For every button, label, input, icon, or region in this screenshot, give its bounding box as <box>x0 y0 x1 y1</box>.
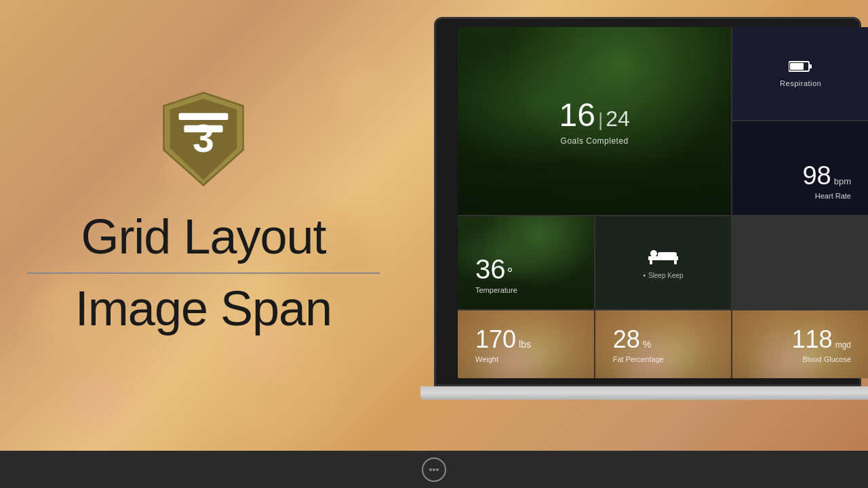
respiration-cell: Respiration <box>732 27 868 120</box>
svg-rect-12 <box>674 260 677 264</box>
screen-area: 16 | 24 Goals Completed <box>458 27 868 378</box>
weight-unit: lbs <box>519 339 531 350</box>
svg-rect-10 <box>658 252 677 258</box>
css3-logo: 3 <box>159 88 248 190</box>
temp-unit: ° <box>507 265 513 283</box>
weight-value: 170 <box>475 325 516 354</box>
left-panel: 3 Grid Layout Image Span <box>0 0 407 451</box>
svg-rect-3 <box>179 113 229 120</box>
bottom-bar <box>0 451 868 488</box>
dashboard-grid: 16 | 24 Goals Completed <box>458 27 868 378</box>
svg-point-13 <box>429 468 432 471</box>
title-divider <box>27 272 380 274</box>
title-line2: Image Span <box>27 282 380 336</box>
sleep-cell: • Sleep Keep <box>595 216 732 309</box>
svg-point-15 <box>436 468 439 471</box>
svg-rect-4 <box>184 125 222 132</box>
glucose-cell: 118 mgd Blood Glucose <box>732 310 868 378</box>
goals-label: Goals Completed <box>561 136 629 146</box>
goals-separator: | <box>598 109 603 131</box>
glucose-value: 118 <box>792 325 833 354</box>
fat-value: 28 <box>613 325 640 354</box>
svg-rect-7 <box>790 63 804 70</box>
svg-text:3: 3 <box>193 117 214 160</box>
glucose-label: Blood Glucose <box>802 355 851 363</box>
svg-point-8 <box>650 250 657 257</box>
macbook-base: MacBook Air <box>420 386 868 400</box>
sleep-icon <box>648 245 678 269</box>
fat-unit: % <box>643 339 651 350</box>
respiration-label: Respiration <box>780 79 821 87</box>
screen-bezel: 16 | 24 Goals Completed <box>434 17 861 386</box>
macbook-container: 16 | 24 Goals Completed <box>420 17 868 437</box>
weight-cell: 170 lbs Weight <box>458 310 594 378</box>
temp-value: 36 ° <box>475 254 513 285</box>
title-section: Grid Layout Image Span <box>27 210 380 335</box>
svg-rect-6 <box>809 64 812 68</box>
title-line1: Grid Layout <box>27 210 380 264</box>
weight-label: Weight <box>475 355 498 363</box>
sleep-label: Sleep Keep <box>648 272 684 279</box>
glucose-unit: mgd <box>835 340 851 350</box>
goals-cell: 16 | 24 Goals Completed <box>458 27 731 215</box>
heartrate-cell: 98 bpm Heart Rate <box>732 121 868 214</box>
temperature-cell: 36 ° Temperature <box>458 216 594 309</box>
fat-label: Fat Percentage <box>613 355 664 363</box>
goals-total: 24 <box>606 106 630 131</box>
heartrate-label: Heart Rate <box>815 192 851 200</box>
temperature-label: Temperature <box>475 286 517 294</box>
dots-button[interactable] <box>422 458 446 482</box>
svg-rect-11 <box>650 260 652 264</box>
hr-value: 98 <box>802 161 831 190</box>
svg-point-14 <box>433 468 435 471</box>
battery-icon <box>789 60 813 75</box>
goals-completed: 16 <box>559 96 595 134</box>
hr-unit: bpm <box>834 176 851 186</box>
fat-cell: 28 % Fat Percentage <box>595 310 732 378</box>
